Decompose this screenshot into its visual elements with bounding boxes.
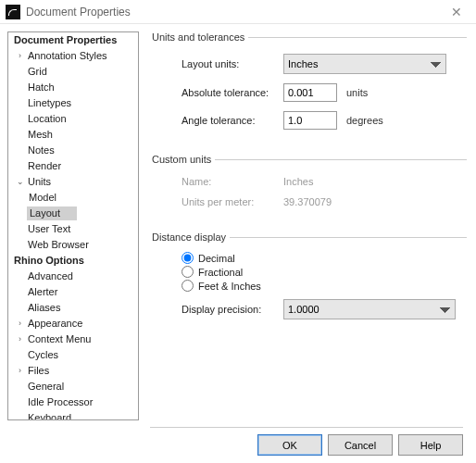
tree-section-document-properties[interactable]: Document Properties [12,33,119,47]
tree-item-mesh[interactable]: Mesh [26,128,55,142]
tree-item-hatch[interactable]: Hatch [26,81,56,94]
chevron-right-icon[interactable]: › [16,367,24,375]
tree-item-aliases[interactable]: Aliases [26,301,62,315]
tree-item-grid[interactable]: Grid [26,65,49,79]
ok-button[interactable]: OK [257,434,322,456]
chevron-down-icon[interactable]: ⌄ [16,178,24,186]
chevron-right-icon[interactable]: › [16,52,24,60]
suffix-units: units [346,87,368,98]
tree-item-files[interactable]: Files [26,364,51,378]
group-title-custom-units: Custom units [152,154,215,165]
tree-item-annotation-styles[interactable]: Annotation Styles [26,49,109,63]
app-icon [6,5,20,19]
group-units-and-tolerances: Units and tolerances Layout units: Inche… [152,31,467,139]
radio-decimal[interactable]: Decimal [182,252,467,264]
settings-panel: Units and tolerances Layout units: Inche… [139,24,476,426]
tree-item-cycles[interactable]: Cycles [26,348,60,362]
value-units-per-meter: 39.370079 [283,196,332,207]
tree-item-units[interactable]: Units [26,175,53,189]
label-absolute-tolerance: Absolute tolerance: [182,87,283,98]
tree-item-user-text[interactable]: User Text [26,222,72,236]
group-custom-units: Custom units Name: Inches Units per mete… [152,154,467,217]
radio-feet-inches-input[interactable] [182,280,194,292]
tree-item-notes[interactable]: Notes [26,144,56,157]
tree-item-idle-processor[interactable]: Idle Processor [26,395,94,409]
label-angle-tolerance: Angle tolerance: [182,115,283,126]
radio-fractional[interactable]: Fractional [182,266,467,278]
tree-item-context-menu[interactable]: Context Menu [26,332,93,346]
group-title-distance-display: Distance display [152,232,230,243]
chevron-right-icon[interactable]: › [16,335,24,344]
window-title: Document Properties [26,6,131,19]
cancel-button[interactable]: Cancel [328,434,393,456]
layout-units-select[interactable]: Inches [283,54,446,74]
help-button[interactable]: Help [398,434,463,456]
tree-section-rhino-options[interactable]: Rhino Options [12,254,86,268]
label-layout-units: Layout units: [182,58,283,69]
titlebar: Document Properties ✕ [0,0,476,24]
label-display-precision: Display precision: [182,304,283,315]
value-custom-name: Inches [283,176,313,187]
close-icon[interactable]: ✕ [443,5,470,19]
chevron-right-icon[interactable]: › [16,319,24,328]
tree-item-keyboard[interactable]: Keyboard [26,411,73,420]
tree-item-advanced[interactable]: Advanced [26,269,75,283]
radio-fractional-input[interactable] [182,266,194,278]
label-units-per-meter: Units per meter: [182,196,283,207]
tree-item-alerter[interactable]: Alerter [26,285,59,299]
tree-item-render[interactable]: Render [26,159,63,173]
radio-feet-inches[interactable]: Feet & Inches [182,280,467,292]
absolute-tolerance-input[interactable] [283,83,337,102]
tree-item-appearance[interactable]: Appearance [26,317,84,331]
label-custom-name: Name: [182,176,283,187]
tree-item-linetypes[interactable]: Linetypes [26,96,73,110]
group-distance-display: Distance display Decimal Fractional Feet… [152,232,467,329]
radio-decimal-input[interactable] [182,252,194,264]
options-tree[interactable]: Document Properties ›Annotation Styles G… [7,31,139,420]
display-precision-select[interactable]: 1.0000 [283,299,456,319]
tree-item-general[interactable]: General [26,380,66,394]
dialog-footer: OK Cancel Help [0,426,476,463]
tree-item-units-layout[interactable]: Layout [27,206,77,220]
angle-tolerance-input[interactable] [283,111,337,130]
tree-item-web-browser[interactable]: Web Browser [26,238,91,252]
tree-item-units-model[interactable]: Model [27,191,58,205]
tree-item-location[interactable]: Location [26,112,69,126]
suffix-degrees: degrees [346,115,383,126]
group-title-units: Units and tolerances [152,31,248,43]
